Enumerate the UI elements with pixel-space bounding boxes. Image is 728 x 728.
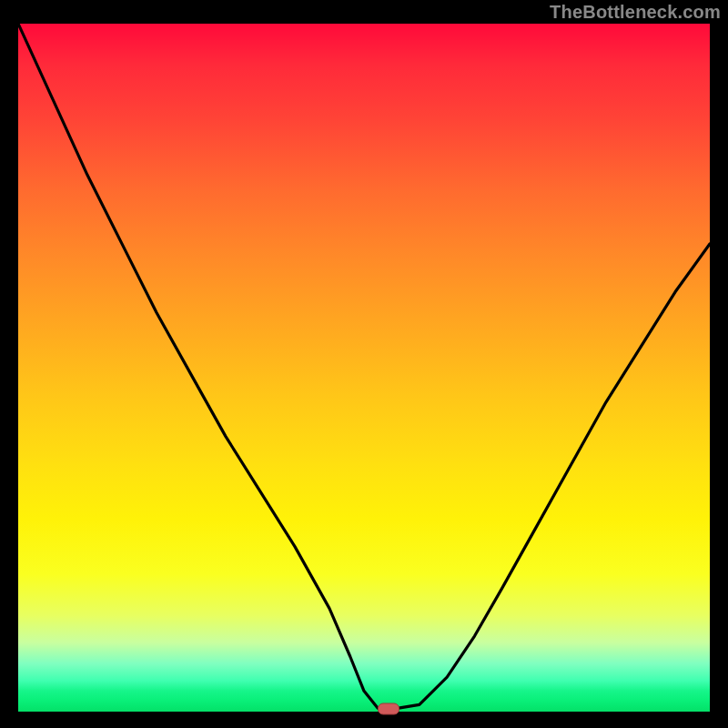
- curve-svg: [18, 24, 710, 712]
- plot-area: [18, 24, 710, 712]
- optimal-marker: [378, 703, 399, 714]
- bottleneck-curve: [18, 24, 710, 708]
- chart-container: TheBottleneck.com: [0, 0, 728, 728]
- watermark-text: TheBottleneck.com: [550, 2, 721, 23]
